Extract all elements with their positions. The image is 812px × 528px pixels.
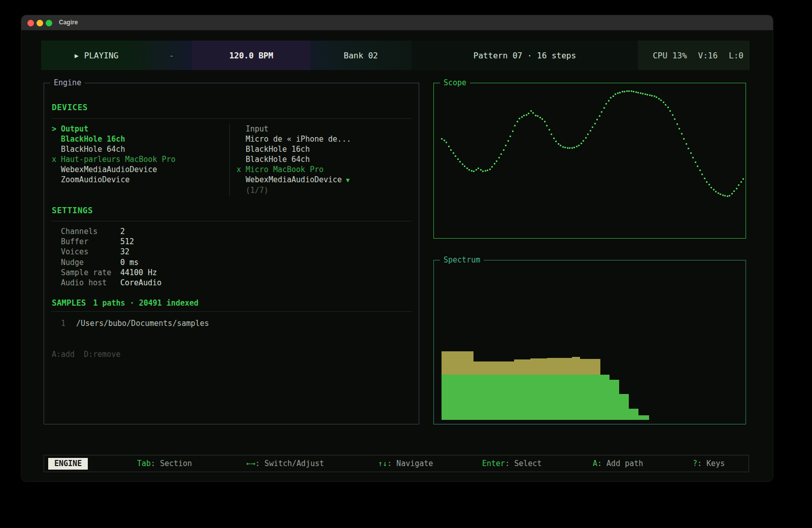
minimize-button[interactable] bbox=[37, 20, 43, 26]
spectrum-peak-segment bbox=[442, 375, 610, 420]
output-device-item[interactable]: ZoomAudioDevice bbox=[52, 175, 176, 185]
scope-dot bbox=[633, 91, 634, 92]
input-list-header[interactable]: Input bbox=[236, 124, 351, 134]
scope-dot bbox=[733, 190, 735, 192]
transport-section[interactable]: ▶ PLAYING - bbox=[41, 41, 192, 70]
scope-dot bbox=[645, 93, 646, 95]
scope-dot bbox=[590, 130, 591, 131]
scope-dot bbox=[674, 118, 675, 120]
scope-dot bbox=[567, 147, 568, 149]
scope-dot bbox=[697, 166, 698, 167]
spectrum-average-segment bbox=[572, 357, 580, 375]
scope-dot bbox=[718, 192, 719, 194]
window-title: Cagire bbox=[59, 19, 78, 26]
bank-section[interactable]: Bank 02 bbox=[310, 41, 412, 70]
transport-dash: - bbox=[169, 51, 174, 60]
setting-row[interactable]: Audio hostCoreAudio bbox=[61, 278, 161, 288]
spectrum-average-segment bbox=[547, 358, 572, 375]
scope-dot bbox=[562, 146, 564, 148]
input-device-item[interactable]: BlackHole 16ch bbox=[236, 144, 351, 154]
scope-dot bbox=[542, 118, 543, 120]
output-device-item[interactable]: BlackHole 16ch bbox=[52, 134, 176, 144]
scope-dot bbox=[637, 92, 639, 93]
scope-dot bbox=[510, 136, 511, 137]
scope-dot bbox=[631, 90, 632, 92]
help-bar: ENGINE Tab: Section ←→: Switch/Adjust ↑↓… bbox=[44, 455, 749, 472]
samples-summary: 1 paths · 20491 indexed bbox=[93, 299, 198, 308]
input-device-item[interactable]: WebexMediaAudioDevice▼ bbox=[236, 175, 351, 185]
output-device-item[interactable]: xHaut-parleurs MacBook Pro bbox=[52, 154, 176, 164]
output-device-item[interactable]: BlackHole 64ch bbox=[52, 144, 176, 154]
spectrum-peak-segment bbox=[619, 394, 629, 420]
scope-dot bbox=[476, 169, 477, 171]
scope-dot bbox=[514, 125, 516, 126]
setting-row[interactable]: Voices32 bbox=[61, 247, 161, 257]
maximize-button[interactable] bbox=[46, 20, 52, 26]
scope-dot bbox=[690, 152, 692, 154]
scope-dot bbox=[560, 145, 561, 146]
setting-row[interactable]: Sample rate44100 Hz bbox=[61, 268, 161, 278]
scope-dot bbox=[594, 123, 596, 124]
pattern-section[interactable]: Pattern 07 · 16 steps bbox=[412, 41, 638, 70]
scope-dot bbox=[537, 115, 538, 117]
scope-dot bbox=[658, 98, 660, 100]
scope-dot bbox=[642, 93, 644, 94]
scope-dot bbox=[444, 140, 445, 141]
mode-badge[interactable]: ENGINE bbox=[48, 458, 88, 470]
scope-dot bbox=[731, 193, 733, 194]
scope-dot bbox=[701, 174, 703, 175]
help-item: ←→: Switch/Adjust bbox=[246, 455, 324, 472]
divider bbox=[51, 221, 412, 221]
bpm-section[interactable]: 120.0 BPM bbox=[192, 41, 310, 70]
scope-dot bbox=[665, 104, 666, 106]
bpm-value: 120.0 BPM bbox=[229, 51, 274, 60]
input-device-item[interactable]: BlackHole 64ch bbox=[236, 154, 351, 164]
scope-dot bbox=[496, 160, 497, 162]
setting-row[interactable]: Channels2 bbox=[61, 226, 161, 237]
sample-path-index: 1 bbox=[61, 319, 76, 328]
scope-dot bbox=[596, 119, 598, 120]
input-device-item[interactable]: xMicro MacBook Pro bbox=[236, 164, 351, 175]
output-list-header[interactable]: >Output bbox=[52, 124, 176, 134]
scope-dot bbox=[704, 178, 705, 179]
output-device-item[interactable]: WebexMediaAudioDevice bbox=[52, 164, 176, 175]
scroll-down-icon: ▼ bbox=[346, 177, 350, 184]
scope-dot bbox=[715, 191, 717, 192]
help-item: A: Add path bbox=[593, 455, 643, 472]
input-device-item[interactable]: Micro de « iPhone de... bbox=[236, 134, 351, 144]
scope-dot bbox=[482, 171, 484, 172]
devices-heading: DEVICES bbox=[52, 103, 88, 112]
scope-dot bbox=[521, 116, 523, 118]
scope-dot bbox=[530, 110, 532, 112]
scope-dot bbox=[581, 143, 582, 144]
engine-panel-title: Engine bbox=[50, 78, 85, 87]
scope-dot bbox=[615, 93, 616, 95]
settings-heading: SETTINGS bbox=[52, 206, 93, 215]
scope-dot bbox=[505, 145, 506, 146]
app-window: Cagire ▶ PLAYING - 120.0 BPM Bank 02 Pat… bbox=[21, 15, 773, 481]
scope-dot bbox=[647, 94, 648, 95]
scope-dot bbox=[713, 189, 715, 190]
scope-dot bbox=[526, 114, 527, 116]
perf-stats: CPU 13% V:16 L:0 bbox=[638, 41, 750, 70]
scope-dot bbox=[610, 97, 612, 98]
scope-dot bbox=[720, 193, 721, 195]
scope-dot bbox=[656, 96, 657, 98]
scope-dot bbox=[500, 153, 502, 155]
close-button[interactable] bbox=[27, 20, 34, 26]
window-titlebar[interactable]: Cagire bbox=[21, 15, 773, 30]
spectrum-average-segment bbox=[514, 359, 530, 375]
scope-dot bbox=[706, 181, 707, 183]
pattern-value: Pattern 07 · 16 steps bbox=[473, 51, 576, 60]
scope-dot bbox=[555, 141, 557, 142]
sample-path-row[interactable]: 1/Users/bubo/Documents/samples bbox=[61, 319, 209, 328]
spectrum-average-segment bbox=[473, 361, 514, 375]
setting-row[interactable]: Buffer512 bbox=[61, 237, 161, 247]
scope-dot bbox=[478, 168, 479, 169]
spectrum-average-segment bbox=[580, 359, 600, 375]
scope-dot bbox=[457, 158, 459, 160]
scope-dot bbox=[708, 184, 710, 185]
setting-row[interactable]: Nudge0 ms bbox=[61, 257, 161, 268]
scope-dot bbox=[528, 113, 529, 114]
scope-dot bbox=[459, 161, 461, 162]
